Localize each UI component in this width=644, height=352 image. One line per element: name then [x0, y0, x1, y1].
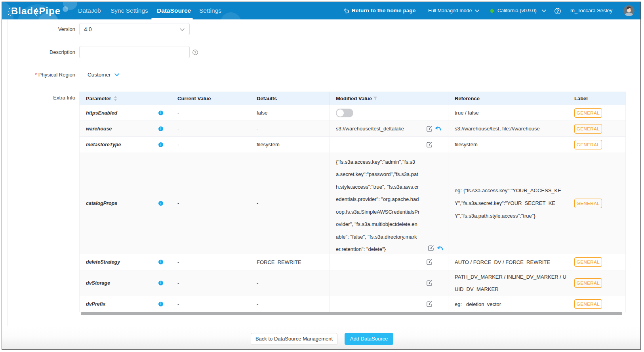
svg-text:?: ?	[194, 50, 196, 54]
svg-text:?: ?	[556, 9, 559, 13]
